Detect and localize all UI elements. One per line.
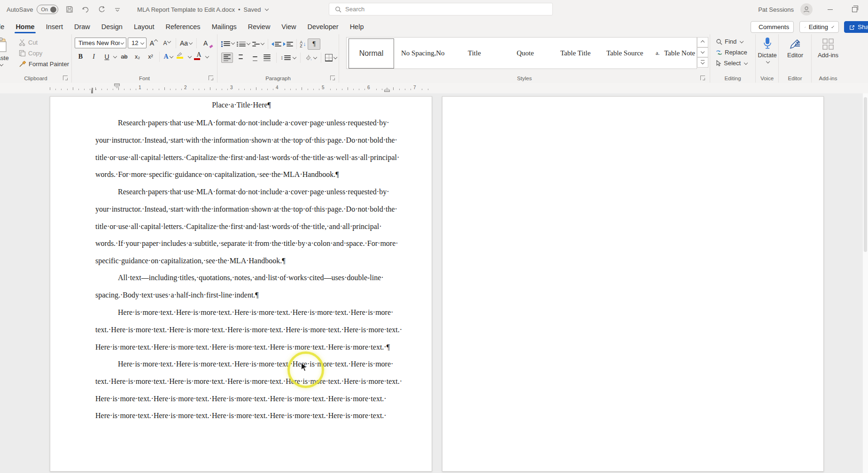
font-dialog-launcher-icon[interactable] bbox=[209, 76, 213, 80]
doc-line[interactable]: Research·papers·that·use·MLA·format·do·n… bbox=[95, 119, 400, 136]
format-painter-button[interactable]: Format Painter bbox=[17, 60, 71, 69]
change-case-button[interactable]: Aa bbox=[179, 38, 194, 48]
style-title[interactable]: Title bbox=[468, 38, 481, 69]
doc-line[interactable]: Here·is·more·text.·Here·is·more·text.·He… bbox=[95, 395, 400, 412]
document-title-line[interactable]: Place·a·Title·Here¶ bbox=[95, 101, 388, 109]
shrink-font-button[interactable]: A bbox=[161, 38, 173, 48]
tab-home[interactable]: Home bbox=[10, 19, 40, 34]
vertical-scrollbar[interactable] bbox=[863, 93, 868, 473]
tab-help[interactable]: Help bbox=[344, 19, 370, 34]
paragraph-1[interactable]: Research·papers·that·use·MLA·format·do·n… bbox=[95, 119, 400, 188]
select-button[interactable]: Select bbox=[714, 59, 750, 68]
style-normal[interactable]: Normal bbox=[349, 38, 394, 69]
doc-line[interactable]: specific·guidance·on·capitalization,·see… bbox=[95, 257, 400, 274]
doc-line[interactable]: your·instructor.·Instead,·start·with·the… bbox=[95, 205, 400, 222]
tab-draw[interactable]: Draw bbox=[69, 19, 96, 34]
doc-line[interactable]: words.·If·your·paper·includes·a·subtitle… bbox=[95, 239, 400, 257]
save-icon[interactable] bbox=[65, 5, 74, 14]
sort-button[interactable]: AZ ↓ bbox=[300, 40, 306, 48]
tab-layout[interactable]: Layout bbox=[128, 19, 160, 34]
comments-button[interactable]: Comments bbox=[751, 21, 794, 33]
paragraph-dialog-launcher-icon[interactable] bbox=[330, 76, 335, 80]
paragraph-5[interactable]: Here·is·more·text.·Here·is·more·text.·He… bbox=[95, 360, 400, 429]
editor-button[interactable]: Editor bbox=[779, 38, 812, 59]
italic-button[interactable]: I bbox=[88, 52, 100, 62]
grow-font-button[interactable]: A bbox=[148, 38, 160, 48]
search-input[interactable]: Search bbox=[329, 3, 553, 15]
font-color-chevron-icon[interactable] bbox=[205, 54, 209, 58]
minimize-button[interactable] bbox=[823, 2, 837, 16]
style-no-spacing[interactable]: No Spacing,No bbox=[401, 38, 445, 69]
dictate-button[interactable]: Dictate bbox=[756, 37, 779, 64]
style-table-note[interactable]: Table Note bbox=[664, 38, 695, 69]
replace-button[interactable]: Replace bbox=[714, 48, 749, 57]
doc-line[interactable]: Research·papers·that·use·MLA·format·do·n… bbox=[95, 188, 400, 205]
borders-button[interactable] bbox=[325, 54, 337, 61]
show-hide-marks-button[interactable]: ¶ bbox=[308, 38, 320, 50]
doc-line[interactable]: text.·Here·is·more·text.·Here·is·more·te… bbox=[95, 326, 400, 343]
clear-formatting-button[interactable]: A bbox=[200, 38, 211, 48]
style-quote[interactable]: Quote bbox=[517, 38, 534, 69]
scrollbar-thumb[interactable] bbox=[864, 97, 867, 252]
save-status-chevron-icon[interactable] bbox=[265, 7, 269, 11]
decrease-indent-button[interactable] bbox=[271, 42, 281, 46]
doc-line[interactable]: spacing.·Body·text·uses·a·half-inch·firs… bbox=[95, 291, 400, 308]
multilevel-list-button[interactable] bbox=[252, 42, 264, 46]
paragraph-2[interactable]: Research·papers·that·use·MLA·format·do·n… bbox=[95, 188, 400, 274]
style-table-title[interactable]: Table Title bbox=[560, 38, 590, 69]
editing-mode-button[interactable]: Editing bbox=[799, 21, 839, 33]
tab-design[interactable]: Design bbox=[96, 19, 128, 34]
tab-insert[interactable]: Insert bbox=[40, 19, 69, 34]
shading-button[interactable] bbox=[304, 54, 317, 61]
horizontal-ruler[interactable]: 1 2 3 4 5 6 7 bbox=[0, 83, 868, 93]
doc-line[interactable]: your·instructor.·Instead,·start·with·the… bbox=[95, 136, 400, 153]
page-2[interactable] bbox=[442, 96, 824, 472]
doc-line[interactable]: title·or·use·all·capital·letters.·Capita… bbox=[95, 153, 400, 171]
font-size-combo[interactable]: 12 bbox=[128, 38, 147, 48]
tab-view[interactable]: View bbox=[276, 19, 302, 34]
justify-button[interactable] bbox=[262, 53, 272, 62]
doc-line[interactable]: Here·is·more·text.·Here·is·more·text.·He… bbox=[95, 412, 400, 429]
styles-gallery-up-icon[interactable] bbox=[697, 37, 708, 47]
addins-button[interactable]: Add-ins bbox=[812, 38, 845, 59]
doc-line[interactable]: All·text—including·titles,·quotations,·n… bbox=[95, 274, 400, 291]
doc-line[interactable]: Here·is·more·text.·Here·is·more·text.·He… bbox=[95, 308, 400, 326]
tab-references[interactable]: References bbox=[160, 19, 206, 34]
superscript-button[interactable]: x² bbox=[145, 52, 156, 62]
tab-file[interactable]: File bbox=[0, 19, 10, 34]
bold-button[interactable]: B bbox=[75, 52, 86, 62]
highlight-color-button[interactable] bbox=[176, 52, 187, 62]
page-1[interactable]: Place·a·Title·Here¶ Research·papers·that… bbox=[50, 96, 432, 472]
subscript-button[interactable]: x₂ bbox=[132, 52, 143, 62]
styles-dialog-launcher-icon[interactable] bbox=[700, 76, 705, 80]
autosave-toggle[interactable]: On bbox=[37, 5, 58, 14]
left-indent-marker[interactable] bbox=[91, 88, 96, 93]
share-button[interactable]: Share bbox=[844, 21, 868, 33]
doc-line[interactable]: title·or·use·all·capital·letters.·Capita… bbox=[95, 222, 400, 240]
paragraph-4[interactable]: Here·is·more·text.·Here·is·more·text.·He… bbox=[95, 308, 400, 360]
underline-chevron-icon[interactable] bbox=[113, 54, 117, 58]
paragraph-3[interactable]: All·text—including·titles,·quotations,·n… bbox=[95, 274, 400, 308]
quick-access-more-icon[interactable] bbox=[113, 5, 122, 14]
font-name-combo[interactable]: Times New Roman ( bbox=[75, 38, 126, 48]
styles-gallery-down-icon[interactable] bbox=[697, 47, 708, 58]
redo-icon[interactable] bbox=[97, 5, 106, 14]
highlight-chevron-icon[interactable] bbox=[188, 54, 192, 58]
text-effects-button[interactable]: A bbox=[163, 52, 174, 62]
doc-line[interactable]: text.·Here·is·more·text.·Here·is·more·te… bbox=[95, 377, 400, 395]
paste-button[interactable]: Paste bbox=[0, 37, 14, 67]
doc-line[interactable]: Here·is·more·text.·Here·is·more·text.·He… bbox=[95, 343, 400, 360]
style-table-source[interactable]: Table Source bbox=[606, 38, 643, 69]
cut-button[interactable]: Cut bbox=[17, 38, 39, 47]
numbering-button[interactable] bbox=[237, 42, 250, 46]
align-center-button[interactable] bbox=[235, 53, 246, 62]
document-title[interactable]: MLA Report Template to Edit A.docx bbox=[137, 6, 235, 13]
bullets-button[interactable] bbox=[221, 41, 235, 47]
styles-gallery-more-icon[interactable] bbox=[697, 57, 708, 68]
align-right-button[interactable] bbox=[248, 53, 259, 62]
strikethrough-button[interactable]: ab bbox=[118, 52, 130, 62]
find-button[interactable]: Find bbox=[714, 37, 745, 46]
line-spacing-button[interactable]: ↕ bbox=[280, 54, 296, 61]
user-name[interactable]: Pat Sessions bbox=[758, 6, 794, 13]
restore-button[interactable] bbox=[847, 2, 861, 16]
